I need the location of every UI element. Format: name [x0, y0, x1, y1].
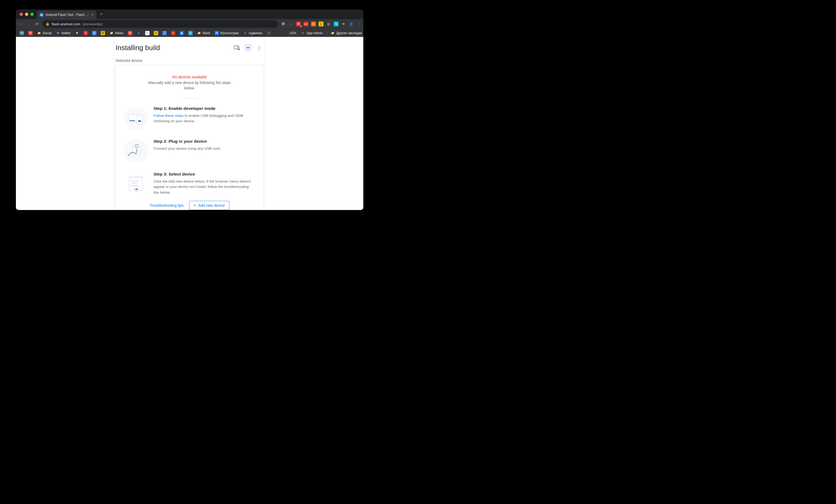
bookmark-icon: ⚙ — [243, 31, 247, 35]
minimize-window-button[interactable] — [25, 13, 28, 16]
url-host: flash.android.com — [52, 22, 80, 26]
page-header: Installing build — [116, 43, 264, 52]
profile-avatar-icon[interactable]: 👤 — [349, 22, 354, 26]
close-window-button[interactable] — [20, 13, 23, 16]
close-tab-icon[interactable]: × — [91, 13, 93, 17]
translate-icon[interactable]: 🅖 — [281, 22, 286, 26]
step-1-illustration — [124, 106, 148, 130]
gmail-ext-icon[interactable]: M1 — [296, 22, 301, 26]
bookmark-label: News — [115, 31, 124, 35]
bookmark-icon — [284, 31, 288, 35]
browser-tab[interactable]: ▦ Android Flash Tool - Flash Prev × — [37, 11, 96, 19]
step-3-illustration — [124, 172, 148, 196]
bookmark-item[interactable]: ● — [265, 30, 272, 36]
bookmark-item[interactable]: 🐦twitter — [54, 30, 72, 36]
bookmark-item[interactable]: 📁News — [108, 30, 125, 36]
manual-instruction-text: Manually add a new device by following t… — [147, 80, 233, 91]
step-2: Step 2: Plug in your device Connect your… — [124, 139, 255, 163]
bookmark-item[interactable]: B — [91, 30, 98, 36]
bookmark-star-icon[interactable]: ☆ — [288, 22, 293, 26]
tab-favicon: ▦ — [40, 13, 43, 17]
step-3-title: Step 3: Select device — [153, 172, 255, 177]
add-device-label: Add new device — [198, 203, 225, 208]
step-2-title: Step 2: Plug in your device — [153, 139, 255, 144]
bookmark-item[interactable]: ✱ — [73, 30, 81, 36]
step-2-text: Connect your device using any USB cord. — [153, 146, 255, 151]
bookmark-item[interactable]: G — [144, 30, 151, 36]
forward-button[interactable]: → — [26, 22, 32, 26]
address-bar: ← → ⟳ 🔒 flash.android.com/preview/dp1 🅖 … — [16, 19, 363, 29]
bookmark-item[interactable]: ≡ — [169, 30, 177, 36]
step-1-title: Step 1: Enable developer mode — [153, 106, 255, 111]
tab-title: Android Flash Tool - Flash Prev — [45, 13, 89, 17]
bookmark-item[interactable]: 📁Social — [35, 30, 53, 36]
bookmark-item[interactable]: ⚙App Admin — [299, 30, 324, 36]
abp-ext-icon[interactable]: ABP — [304, 22, 308, 26]
bookmark-item[interactable]: G — [152, 30, 160, 36]
add-device-button[interactable]: + Add new device — [189, 201, 229, 210]
bookmark-item[interactable] — [274, 30, 281, 36]
no-devices-text: No devices available — [124, 75, 255, 79]
ext-icon-misc2[interactable]: ↯ — [334, 22, 339, 26]
bookmark-icon: G — [145, 31, 150, 35]
page-title: Installing build — [116, 44, 160, 52]
folder-icon: 📁 — [330, 31, 335, 35]
bookmark-icon: M — [28, 31, 33, 35]
extensions-puzzle-icon[interactable]: ✦ — [341, 22, 346, 26]
bookmark-item[interactable]: VK — [18, 30, 25, 36]
bookmark-item[interactable]: ⦿ — [99, 30, 107, 36]
other-bookmarks-folder[interactable]: 📁 Другие закладки — [329, 30, 363, 36]
svg-rect-6 — [138, 120, 141, 122]
troubleshooting-link[interactable]: Troubleshooting tips — [150, 203, 184, 208]
bookmark-item[interactable]: O — [82, 30, 90, 36]
url-path: /preview/dp1 — [83, 22, 103, 26]
bookmark-item[interactable]: MМультитран — [213, 30, 241, 36]
toolbar-extensions: 🅖 ☆ M1 ABP k L ◧ ↯ ✦ 👤 ⋮ — [281, 22, 361, 26]
bookmark-item[interactable]: ◉ — [178, 30, 186, 36]
bookmark-item[interactable]: ⚙Админка — [241, 30, 264, 36]
bookmark-item[interactable]: ◆ — [135, 30, 142, 36]
svg-rect-4 — [130, 120, 135, 121]
reload-button[interactable]: ⟳ — [34, 22, 40, 27]
card-actions: Troubleshooting tips + Add new device — [124, 201, 255, 210]
step-3: Step 3: Select device Click the Add new … — [124, 172, 255, 196]
bookmark-icon: 📁 — [109, 31, 114, 35]
l-ext-icon[interactable]: L — [319, 22, 323, 26]
new-tab-button[interactable]: + — [98, 12, 105, 17]
bookmark-item[interactable]: M — [126, 30, 134, 36]
bookmark-label: Social — [42, 31, 52, 35]
k-ext-icon[interactable]: k — [311, 22, 316, 26]
download-icon[interactable] — [255, 43, 264, 52]
bookmark-item[interactable]: ✈ — [187, 30, 194, 36]
bookmark-label: USA — [289, 31, 297, 35]
follow-steps-link[interactable]: Follow these steps — [153, 114, 184, 118]
page-content: Installing build Selected device: No dev… — [116, 37, 264, 210]
bookmark-item[interactable]: M — [27, 30, 34, 36]
ext-icon-misc1[interactable]: ◧ — [326, 22, 331, 26]
collapse-icon[interactable] — [244, 43, 252, 52]
bookmark-item[interactable]: T — [161, 30, 168, 36]
maximize-window-button[interactable] — [31, 13, 34, 16]
step-1: Step 1: Enable developer mode Follow the… — [124, 106, 255, 130]
bookmark-label: Админка — [249, 31, 262, 35]
bookmark-icon: ⦿ — [101, 31, 105, 35]
bookmark-icon: ✈ — [188, 31, 193, 35]
bookmark-icon: ◆ — [136, 31, 141, 35]
bookmarks-bar: VKM📁Social🐦twitter✱OB⦿📁NewsM◆GGT≡◉✈📁Work… — [16, 29, 363, 37]
back-button[interactable]: ← — [18, 22, 23, 26]
bookmark-icon: ≡ — [171, 31, 175, 35]
step-3-text: Click the Add new device below. If the b… — [153, 179, 255, 195]
svg-rect-15 — [135, 189, 138, 190]
bookmark-icon: 📁 — [37, 31, 41, 35]
bookmark-icon: 🐦 — [56, 31, 60, 35]
step-1-text: Follow these steps to enable USB Debuggi… — [153, 113, 255, 124]
lock-icon: 🔒 — [45, 22, 50, 26]
device-status-icon[interactable] — [232, 43, 241, 52]
bookmark-item[interactable]: 📁Work — [195, 30, 212, 36]
bookmark-icon: M — [128, 31, 132, 35]
url-input[interactable]: 🔒 flash.android.com/preview/dp1 — [42, 20, 278, 28]
layout-divider — [114, 37, 114, 210]
chrome-menu-icon[interactable]: ⋮ — [356, 22, 361, 26]
bookmark-item[interactable]: USA — [282, 30, 298, 36]
bookmark-label: Work — [203, 31, 210, 35]
